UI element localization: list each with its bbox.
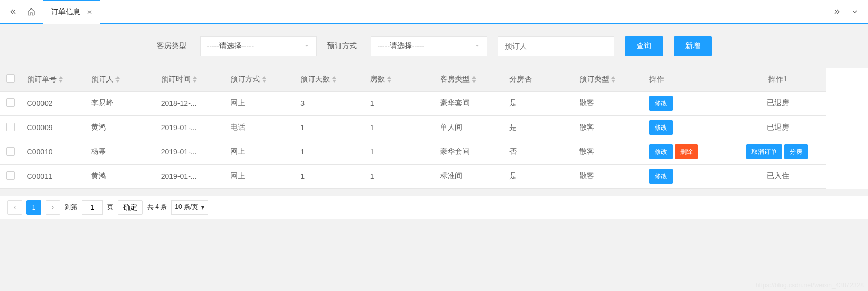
sort-icon xyxy=(262,76,266,83)
room-type-label: 客房类型 xyxy=(157,41,186,51)
table-row: C00011 黄鸿 2019-01-... 网上 1 1 标准间 是 散客 修改… xyxy=(0,164,826,188)
tab-label: 订单信息 xyxy=(51,7,80,17)
sort-icon xyxy=(611,76,615,83)
horizontal-scrollbar[interactable] xyxy=(0,189,868,196)
orders-table: 预订单号 预订人 预订时间 预订方式 预订天数 房数 客房类型 分房否 预订类型… xyxy=(0,68,826,189)
cell-time: 2019-01-... xyxy=(156,140,226,164)
method-select[interactable]: -----请选择----- xyxy=(371,36,487,56)
table-row: C00010 杨幂 2019-01-... 网上 1 1 豪华套间 否 散客 修… xyxy=(0,140,826,164)
cell-rooms: 1 xyxy=(365,164,435,188)
cell-days: 1 xyxy=(295,140,365,164)
booker-input[interactable] xyxy=(498,36,614,56)
row-checkbox[interactable] xyxy=(6,171,15,180)
cell-booker: 黄鸿 xyxy=(86,164,156,188)
sort-icon xyxy=(193,76,197,83)
cell-rooms: 1 xyxy=(365,140,435,164)
cell-action: 修改删除 xyxy=(644,140,730,164)
cell-rooms: 1 xyxy=(365,91,435,115)
nav-back-icon[interactable] xyxy=(4,3,22,21)
cell-time: 2019-01-... xyxy=(156,115,226,140)
assign-button[interactable]: 分房 xyxy=(784,144,808,159)
page-1-button[interactable]: 1 xyxy=(26,200,41,215)
col-booker[interactable]: 预订人 xyxy=(86,68,156,91)
edit-button[interactable]: 修改 xyxy=(649,169,673,184)
status-text: 已入住 xyxy=(767,171,789,180)
top-tab-bar: 订单信息 ✕ xyxy=(0,0,868,24)
query-button[interactable]: 查询 xyxy=(625,36,663,56)
col-assigned: 分房否 xyxy=(504,68,574,91)
sort-icon xyxy=(115,76,120,83)
cell-order-no: C00010 xyxy=(22,140,86,164)
cell-assigned: 是 xyxy=(504,164,574,188)
cell-method: 网上 xyxy=(225,140,295,164)
nav-forward-icon[interactable] xyxy=(828,3,846,21)
sort-icon xyxy=(472,76,476,83)
cell-assigned: 是 xyxy=(504,115,574,140)
cell-days: 1 xyxy=(295,164,365,188)
cell-booker: 杨幂 xyxy=(86,140,156,164)
cell-time: 2019-01-... xyxy=(156,164,226,188)
edit-button[interactable]: 修改 xyxy=(649,120,673,135)
close-icon[interactable]: ✕ xyxy=(87,8,92,16)
cell-action: 修改 xyxy=(644,91,730,115)
page-unit: 页 xyxy=(107,203,113,212)
delete-button[interactable]: 删除 xyxy=(675,144,698,159)
cell-room-type: 豪华套间 xyxy=(435,140,505,164)
cell-booking-type: 散客 xyxy=(574,115,644,140)
col-action: 操作 xyxy=(644,68,730,91)
row-checkbox[interactable] xyxy=(6,123,15,131)
cell-action: 修改 xyxy=(644,115,730,140)
cell-order-no: C00002 xyxy=(22,91,86,115)
page-size-select[interactable]: 10 条/页▾ xyxy=(171,200,208,215)
home-icon[interactable] xyxy=(22,3,40,21)
cell-days: 1 xyxy=(295,115,365,140)
total-count: 共 4 条 xyxy=(147,203,167,212)
chevron-down-icon xyxy=(303,42,310,50)
edit-button[interactable]: 修改 xyxy=(649,96,673,111)
cell-room-type: 单人间 xyxy=(435,115,505,140)
chevron-down-icon[interactable] xyxy=(846,3,864,21)
next-page-button[interactable]: › xyxy=(46,200,60,215)
select-all-checkbox[interactable] xyxy=(6,74,15,83)
cell-action1: 已退房 xyxy=(730,91,826,115)
tab-order-info[interactable]: 订单信息 ✕ xyxy=(43,0,100,24)
cell-assigned: 否 xyxy=(504,140,574,164)
page-confirm-button[interactable]: 确定 xyxy=(118,200,143,215)
cell-booker: 黄鸿 xyxy=(86,115,156,140)
chevron-down-icon xyxy=(474,42,480,50)
cell-action1: 已入住 xyxy=(730,164,826,188)
chevron-down-icon: ▾ xyxy=(201,204,204,211)
cell-method: 网上 xyxy=(225,91,295,115)
table-scroll[interactable]: 预订单号 预订人 预订时间 预订方式 预订天数 房数 客房类型 分房否 预订类型… xyxy=(0,68,868,189)
col-booking-type[interactable]: 预订类型 xyxy=(574,68,644,91)
cell-method: 电话 xyxy=(225,115,295,140)
cancel-button[interactable]: 取消订单 xyxy=(746,144,782,159)
cell-order-no: C00011 xyxy=(22,164,86,188)
col-order-no[interactable]: 预订单号 xyxy=(22,68,86,91)
col-room-type[interactable]: 客房类型 xyxy=(435,68,505,91)
row-checkbox[interactable] xyxy=(6,98,15,107)
cell-booker: 李易峰 xyxy=(86,91,156,115)
cell-booking-type: 散客 xyxy=(574,140,644,164)
col-method[interactable]: 预订方式 xyxy=(225,68,295,91)
sort-icon xyxy=(387,76,391,83)
cell-order-no: C00009 xyxy=(22,115,86,140)
col-days[interactable]: 预订天数 xyxy=(295,68,365,91)
col-action1: 操作1 xyxy=(730,68,826,91)
table-row: C00009 黄鸿 2019-01-... 电话 1 1 单人间 是 散客 修改… xyxy=(0,115,826,140)
pagination: ‹ 1 › 到第 页 确定 共 4 条 10 条/页▾ xyxy=(0,196,868,219)
col-time[interactable]: 预订时间 xyxy=(156,68,226,91)
cell-days: 3 xyxy=(295,91,365,115)
cell-booking-type: 散客 xyxy=(574,164,644,188)
col-rooms[interactable]: 房数 xyxy=(365,68,435,91)
add-button[interactable]: 新增 xyxy=(674,36,712,56)
row-checkbox[interactable] xyxy=(6,147,15,156)
room-type-select[interactable]: -----请选择----- xyxy=(200,36,317,56)
cell-room-type: 豪华套间 xyxy=(435,91,505,115)
edit-button[interactable]: 修改 xyxy=(649,144,673,159)
cell-action1: 取消订单分房 xyxy=(730,140,826,164)
cell-time: 2018-12-... xyxy=(156,91,226,115)
table-row: C00002 李易峰 2018-12-... 网上 3 1 豪华套间 是 散客 … xyxy=(0,91,826,115)
page-input[interactable] xyxy=(82,200,103,215)
prev-page-button[interactable]: ‹ xyxy=(7,200,22,215)
